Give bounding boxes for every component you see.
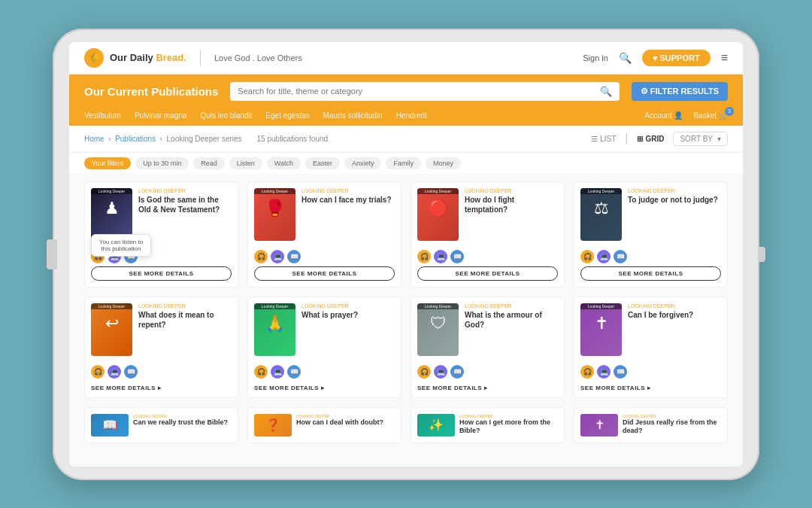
card-9-inner: 📖 Looking Deeper Can we really trust the… xyxy=(85,408,238,443)
nav-item-mauris[interactable]: Mauris sollicitudin xyxy=(323,111,383,120)
sign-in-link[interactable]: Sign in xyxy=(583,53,608,62)
card-10-info: Looking Deeper How can I deal with doubt… xyxy=(296,414,383,437)
chip-watch[interactable]: Watch xyxy=(267,157,301,169)
chip-money[interactable]: Money xyxy=(426,157,461,169)
card-6-info: Looking Deeper What is prayer? xyxy=(301,303,395,356)
chip-listen[interactable]: Listen xyxy=(229,157,262,169)
card-4-series-tag: Looking Deeper xyxy=(580,188,622,194)
card-8-read-icon[interactable]: 📖 xyxy=(614,365,627,379)
grid-view-button[interactable]: ⊞ GRID xyxy=(637,135,664,143)
card-6-read-icon[interactable]: 📖 xyxy=(287,365,301,379)
chip-anxiety[interactable]: Anxiety xyxy=(344,157,382,169)
card-6-inner: Looking Deeper 🙏 Looking Deeper What is … xyxy=(248,297,401,362)
card-5-video-icon[interactable]: 💻 xyxy=(108,365,121,379)
card-7: Looking Deeper 🛡 Looking Deeper What is … xyxy=(411,297,565,398)
sort-dropdown[interactable]: SORT BY ▾ xyxy=(673,132,728,146)
chip-read[interactable]: Read xyxy=(193,157,225,169)
logo-icon: 🌾 xyxy=(84,48,104,68)
chip-easter[interactable]: Easter xyxy=(305,157,340,169)
nav-item-quis[interactable]: Quis leo blandit xyxy=(200,111,252,120)
card-5-inner: Looking Deeper ↩ Looking Deeper What doe… xyxy=(85,297,238,362)
search-input[interactable] xyxy=(238,87,595,96)
card-10-title: How can I deal with doubt? xyxy=(296,418,383,427)
card-7-video-icon[interactable]: 💻 xyxy=(434,365,447,379)
account-link[interactable]: Account 👤 xyxy=(644,111,683,120)
card-11-info: Looking Deeper How can I get more from t… xyxy=(459,414,558,437)
breadcrumb-publications[interactable]: Publications xyxy=(115,135,156,143)
search-icon[interactable]: 🔍 xyxy=(619,52,632,64)
card-1-details-button[interactable]: SEE MORE DETAILS xyxy=(91,266,232,281)
card-2-audio-icon[interactable]: 🎧 xyxy=(254,250,268,263)
card-4-details-button[interactable]: SEE MORE DETAILS xyxy=(580,266,721,281)
card-8-video-icon[interactable]: 💻 xyxy=(597,365,611,379)
chip-30min[interactable]: Up to 30 min xyxy=(135,157,189,169)
support-button[interactable]: ♥ SUPPORT xyxy=(642,50,710,66)
card-8-info: Looking Deeper Can I be forgiven? xyxy=(628,303,721,356)
card-5-details-button[interactable]: SEE MORE DETAILS xyxy=(85,382,238,397)
basket-label: Basket xyxy=(693,111,717,120)
chip-your-filters[interactable]: Your filters xyxy=(84,157,131,169)
card-5-audio-icon[interactable]: 🎧 xyxy=(91,365,105,379)
card-12-title: Did Jesus really rise from the dead? xyxy=(623,418,721,436)
nav-item-eget[interactable]: Eget egestas xyxy=(265,111,309,120)
card-3-info: Looking Deeper How do I fight temptation… xyxy=(465,188,558,241)
card-8-details-button[interactable]: SEE MORE DETAILS xyxy=(574,382,727,397)
logo-text: Our Daily Bread. xyxy=(110,52,186,63)
card-4-series: Looking Deeper xyxy=(628,188,721,193)
card-7-audio-icon[interactable]: 🎧 xyxy=(417,365,431,379)
breadcrumb-row: Home › Publications › Looking Deeper ser… xyxy=(69,126,743,153)
card-7-details-button[interactable]: SEE MORE DETAILS xyxy=(411,382,564,397)
basket-link[interactable]: Basket 🛒 3 xyxy=(693,111,728,120)
card-2-video-icon[interactable]: 💻 xyxy=(271,250,284,263)
card-3-video-icon[interactable]: 💻 xyxy=(434,250,447,263)
card-6-details-button[interactable]: SEE MORE DETAILS xyxy=(248,382,401,397)
card-9: 📖 Looking Deeper Can we really trust the… xyxy=(84,407,238,443)
card-4-thumb: Looking Deeper ⚖ xyxy=(580,188,622,241)
card-12: ✝ Looking Deeper Did Jesus really rise f… xyxy=(574,407,728,443)
card-7-read-icon[interactable]: 📖 xyxy=(450,365,464,379)
card-4-video-icon[interactable]: 💻 xyxy=(597,250,611,263)
tablet-side-button-right xyxy=(758,247,765,262)
nav-item-vestibulum[interactable]: Vestibulum xyxy=(84,111,121,120)
search-container: 🔍 xyxy=(230,82,619,101)
card-8-audio-icon[interactable]: 🎧 xyxy=(580,365,594,379)
card-2-title: How can I face my trials? xyxy=(301,195,395,205)
card-5-read-icon[interactable]: 📖 xyxy=(124,365,138,379)
card-8-series: Looking Deeper xyxy=(628,303,721,309)
card-6-audio-icon[interactable]: 🎧 xyxy=(254,365,268,379)
card-2-read-icon[interactable]: 📖 xyxy=(287,250,301,263)
card-7-inner: Looking Deeper 🛡 Looking Deeper What is … xyxy=(411,297,564,362)
cards-row-2: Looking Deeper ↩ Looking Deeper What doe… xyxy=(84,297,728,398)
card-3-read-icon[interactable]: 📖 xyxy=(450,250,464,263)
card-5-series-tag: Looking Deeper xyxy=(91,303,132,309)
card-5-series: Looking Deeper xyxy=(138,303,232,309)
card-5-thumb: Looking Deeper ↩ xyxy=(91,303,132,356)
card-3-details-button[interactable]: SEE MORE DETAILS xyxy=(417,266,558,281)
card-2-details-button[interactable]: SEE MORE DETAILS xyxy=(254,266,395,281)
card-3-audio-icon[interactable]: 🎧 xyxy=(417,250,431,263)
card-3-thumb: Looking Deeper 🔴 xyxy=(417,188,459,241)
logo-area: 🌾 Our Daily Bread. xyxy=(84,48,186,68)
hamburger-icon[interactable]: ≡ xyxy=(721,51,728,65)
nav-item-pulvinar[interactable]: Pulvinar magna xyxy=(135,111,186,120)
yellow-bar: Our Current Publications 🔍 ⚙ FILTER RESU… xyxy=(69,75,743,108)
card-7-series: Looking Deeper xyxy=(465,303,558,309)
card-9-title: Can we really trust the Bible? xyxy=(133,418,228,427)
filter-button[interactable]: ⚙ FILTER RESULTS xyxy=(632,82,728,101)
chip-family[interactable]: Family xyxy=(386,157,421,169)
card-3: Looking Deeper 🔴 Looking Deeper How do I… xyxy=(411,181,565,287)
card-7-icons: 🎧 💻 📖 xyxy=(411,362,564,382)
card-4-audio-icon[interactable]: 🎧 xyxy=(580,250,594,263)
card-1-series: Looking Deeper xyxy=(138,188,232,193)
card-4-read-icon[interactable]: 📖 xyxy=(614,250,627,263)
breadcrumb-home[interactable]: Home xyxy=(84,135,105,143)
card-6-video-icon[interactable]: 💻 xyxy=(271,365,284,379)
card-2: Looking Deeper 🥊 Looking Deeper How can … xyxy=(247,181,401,287)
card-6-title: What is prayer? xyxy=(301,310,395,320)
nav-item-hendrerit[interactable]: Hendrerit xyxy=(396,111,427,120)
search-submit-icon[interactable]: 🔍 xyxy=(600,86,612,97)
list-view-label: LIST xyxy=(600,135,616,143)
list-view-button[interactable]: ☰ LIST xyxy=(591,135,616,143)
card-8-title: Can I be forgiven? xyxy=(628,310,721,320)
card-3-series: Looking Deeper xyxy=(465,188,558,193)
